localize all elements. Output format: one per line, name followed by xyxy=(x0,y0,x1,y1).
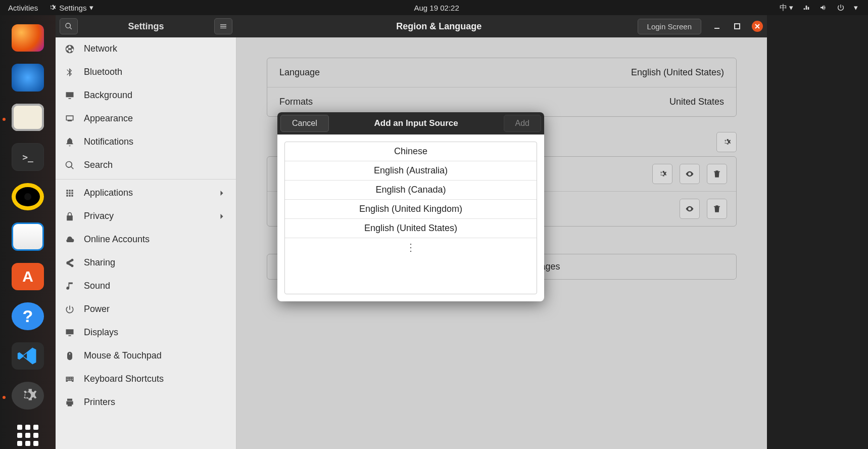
titlebar: Settings Region & Language Login Screen xyxy=(56,15,767,37)
sidebar-item-label: Background xyxy=(84,90,132,101)
sidebar-item-label: Displays xyxy=(84,327,118,338)
svg-rect-0 xyxy=(714,28,719,29)
formats-label: Formats xyxy=(279,97,313,107)
input-source-option[interactable]: English (United Kingdom) xyxy=(285,200,537,219)
sidebar-item-label: Search xyxy=(84,160,113,170)
sidebar-item-network[interactable]: Network xyxy=(56,37,236,61)
dialog-cancel-button[interactable]: Cancel xyxy=(280,115,329,132)
search-button[interactable] xyxy=(60,18,78,34)
dock-files[interactable] xyxy=(12,104,44,131)
sidebar-item-applications[interactable]: Applications xyxy=(56,182,236,205)
app-menu[interactable]: Settings ▾ xyxy=(48,3,93,12)
more-icon[interactable]: ⋮ xyxy=(285,238,537,256)
dialog-add-button[interactable]: Add xyxy=(504,115,541,132)
input-source-option[interactable]: English (Canada) xyxy=(285,181,537,200)
dialog-title: Add an Input Source xyxy=(332,118,501,128)
source-delete-button[interactable] xyxy=(707,164,727,184)
sidebar-item-label: Appearance xyxy=(84,113,133,124)
input-source-list: ChineseEnglish (Australia)English (Canad… xyxy=(284,142,537,294)
language-label: Language xyxy=(279,67,320,78)
page-title: Region & Language xyxy=(240,21,638,32)
sidebar-item-privacy[interactable]: Privacy xyxy=(56,205,236,228)
close-button[interactable] xyxy=(752,21,763,32)
minimize-button[interactable] xyxy=(711,21,722,32)
sidebar-item-label: Online Accounts xyxy=(84,234,150,245)
dock-rhythmbox[interactable] xyxy=(12,183,44,210)
activities-button[interactable]: Activities xyxy=(8,4,38,12)
source-view-button[interactable] xyxy=(680,199,700,219)
sidebar-item-label: Printers xyxy=(84,397,115,408)
sidebar-item-online-accounts[interactable]: Online Accounts xyxy=(56,228,236,251)
dock-settings[interactable] xyxy=(12,382,44,409)
sidebar-item-label: Power xyxy=(84,304,110,315)
sidebar-item-label: Applications xyxy=(84,188,133,198)
sidebar-item-appearance[interactable]: Appearance xyxy=(56,107,236,130)
dock-libreoffice-writer[interactable] xyxy=(12,222,44,250)
clock[interactable]: Aug 19 02:22 xyxy=(93,4,779,12)
language-row[interactable]: Language English (United States) xyxy=(267,58,736,87)
dock-terminal[interactable] xyxy=(12,143,44,171)
sidebar-item-label: Keyboard Shortcuts xyxy=(84,374,164,384)
sidebar-item-notifications[interactable]: Notifications xyxy=(56,130,236,154)
chevron-down-icon: ▾ xyxy=(89,3,93,12)
hamburger-button[interactable] xyxy=(214,18,232,34)
sidebar-item-label: Network xyxy=(84,43,117,54)
sidebar-item-printers[interactable]: Printers xyxy=(56,391,236,414)
sidebar-item-sharing[interactable]: Sharing xyxy=(56,251,236,275)
sidebar-item-label: Bluetooth xyxy=(84,67,122,77)
network-icon[interactable] xyxy=(802,4,810,12)
volume-icon[interactable] xyxy=(819,4,828,12)
settings-sidebar: NetworkBluetoothBackgroundAppearanceNoti… xyxy=(56,37,236,449)
add-input-source-dialog: Cancel Add an Input Source Add ChineseEn… xyxy=(277,112,544,301)
ime-indicator[interactable]: 中 ▾ xyxy=(780,3,793,13)
gear-icon xyxy=(48,4,56,12)
dock-help[interactable] xyxy=(12,302,44,330)
dock-firefox[interactable] xyxy=(12,24,44,52)
sidebar-title: Settings xyxy=(83,21,209,32)
dock-thunderbird[interactable] xyxy=(12,64,44,91)
sidebar-item-label: Sound xyxy=(84,281,110,291)
maximize-button[interactable] xyxy=(732,21,743,32)
sidebar-item-power[interactable]: Power xyxy=(56,298,236,321)
sidebar-item-mouse-touchpad[interactable]: Mouse & Touchpad xyxy=(56,344,236,368)
login-screen-button[interactable]: Login Screen xyxy=(638,19,701,34)
dialog-header: Cancel Add an Input Source Add xyxy=(277,112,544,134)
language-value: English (United States) xyxy=(631,67,724,78)
input-source-option[interactable]: Chinese xyxy=(285,142,537,161)
sidebar-item-label: Privacy xyxy=(84,211,114,221)
source-settings-button[interactable] xyxy=(652,164,672,184)
dock xyxy=(0,15,56,449)
region-card: Language English (United States) Formats… xyxy=(267,58,737,117)
input-source-option[interactable]: English (United States) xyxy=(285,219,537,238)
sidebar-item-search[interactable]: Search xyxy=(56,154,236,177)
sidebar-item-background[interactable]: Background xyxy=(56,84,236,107)
sidebar-item-displays[interactable]: Displays xyxy=(56,321,236,344)
dock-software[interactable] xyxy=(12,263,44,290)
sidebar-item-label: Notifications xyxy=(84,137,133,147)
source-delete-button[interactable] xyxy=(707,199,727,219)
dock-vscode[interactable] xyxy=(12,342,44,370)
input-source-option[interactable]: English (Australia) xyxy=(285,161,537,181)
top-panel: Activities Settings ▾ Aug 19 02:22 中 ▾ ▾ xyxy=(0,0,868,15)
sidebar-item-sound[interactable]: Sound xyxy=(56,275,236,298)
sidebar-item-bluetooth[interactable]: Bluetooth xyxy=(56,61,236,84)
formats-value: United States xyxy=(669,97,724,107)
chevron-down-icon[interactable]: ▾ xyxy=(854,3,858,12)
svg-rect-1 xyxy=(735,24,740,29)
source-view-button[interactable] xyxy=(680,164,700,184)
sidebar-item-label: Sharing xyxy=(84,257,115,268)
dock-show-apps[interactable] xyxy=(12,422,44,449)
sidebar-item-keyboard-shortcuts[interactable]: Keyboard Shortcuts xyxy=(56,368,236,391)
power-icon[interactable] xyxy=(837,4,845,12)
sidebar-item-label: Mouse & Touchpad xyxy=(84,350,162,361)
input-source-options-button[interactable] xyxy=(716,132,737,152)
desktop xyxy=(767,15,868,449)
